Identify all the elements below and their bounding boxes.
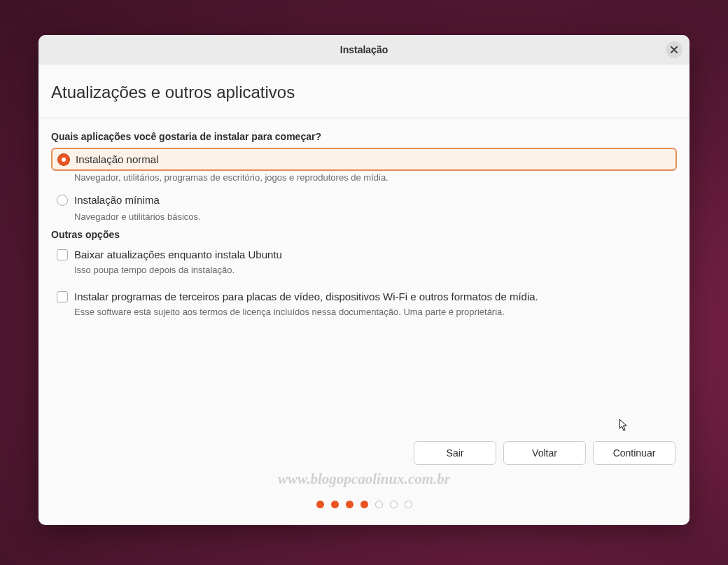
- radio-minimal-label: Instalação mínima: [74, 194, 160, 206]
- radio-normal-install[interactable]: Instalação normal: [51, 148, 677, 171]
- titlebar-title: Instalação: [340, 44, 388, 55]
- progress-dot: [331, 501, 339, 508]
- progress-dot: [405, 501, 412, 508]
- progress-dot: [390, 501, 398, 508]
- radio-icon: [57, 195, 68, 206]
- checkbox-download-desc: Isso poupa tempo depois da instalação.: [74, 265, 677, 275]
- progress-dot: [346, 501, 354, 508]
- checkbox-icon: [57, 249, 68, 260]
- back-button[interactable]: Voltar: [503, 441, 586, 465]
- checkbox-download-label: Baixar atualizações enquanto instala Ubu…: [74, 249, 282, 260]
- page-title: Atualizações e outros aplicativos: [51, 83, 677, 102]
- checkbox-thirdparty-desc: Esse software está sujeito aos termos de…: [74, 307, 677, 317]
- watermark-text: www.blogopcaolinux.com.br: [51, 470, 677, 488]
- radio-minimal-install[interactable]: Instalação mínima: [51, 190, 677, 210]
- progress-dot: [316, 501, 324, 508]
- close-icon: [671, 45, 678, 55]
- content-area: Atualizações e outros aplicativos Quais …: [38, 64, 690, 525]
- progress-dot: [360, 501, 368, 508]
- install-type-heading: Quais aplicações você gostaria de instal…: [51, 131, 677, 142]
- close-button[interactable]: [666, 41, 682, 58]
- other-options-heading: Outras opções: [51, 229, 677, 240]
- separator: [38, 118, 690, 118]
- installer-dialog: Instalação Atualizações e outros aplicat…: [38, 35, 690, 525]
- radio-minimal-desc: Navegador e utilitários básicos.: [74, 211, 677, 222]
- checkbox-icon: [57, 291, 68, 302]
- checkbox-thirdparty-label: Instalar programas de terceiros para pla…: [74, 291, 538, 302]
- checkbox-download-updates[interactable]: Baixar atualizações enquanto instala Ubu…: [51, 246, 677, 263]
- continue-button[interactable]: Continuar: [593, 441, 676, 465]
- checkbox-third-party[interactable]: Instalar programas de terceiros para pla…: [51, 288, 677, 305]
- radio-normal-label: Instalação normal: [76, 153, 158, 165]
- radio-icon: [58, 154, 69, 165]
- quit-button[interactable]: Sair: [414, 441, 496, 465]
- progress-dots: [51, 501, 677, 508]
- radio-normal-desc: Navegador, utilitários, programas de esc…: [74, 172, 677, 183]
- button-row: Sair Voltar Continuar: [51, 441, 677, 465]
- progress-dot: [375, 501, 383, 508]
- titlebar: Instalação: [38, 35, 690, 64]
